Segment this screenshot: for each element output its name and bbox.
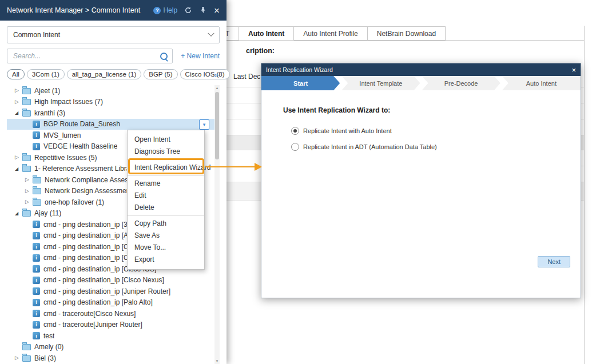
scroll-down-icon[interactable] <box>214 358 220 364</box>
chip-3com[interactable]: 3Com (1) <box>27 69 65 79</box>
chip-cisco-ios[interactable]: Cisco IOS (8) <box>180 69 230 79</box>
tree-item[interactable]: High Impact Issues (7) <box>7 97 220 108</box>
refresh-icon[interactable] <box>184 6 192 14</box>
folder-icon <box>22 210 31 217</box>
intent-icon <box>33 321 40 329</box>
tree-item[interactable]: test <box>7 330 220 342</box>
background-tab-bar: ADT Auto Intent Auto Intent Profile NetB… <box>206 26 446 41</box>
menu-item-intent-replication-wizard[interactable]: Intent Replication Wizard <box>128 162 204 174</box>
chip-all[interactable]: All <box>7 69 25 79</box>
wizard-stepper: Start Intent Template Pre-Decode Auto In… <box>261 76 581 90</box>
expand-expanded-icon[interactable] <box>15 110 22 115</box>
context-menu: Open Intent Diagnosis Tree Intent Replic… <box>127 130 205 270</box>
filter-chips: All 3Com (1) all_tag_pa_license (1) BGP … <box>7 69 220 79</box>
tree-item[interactable]: Ajeet (1) <box>7 85 220 97</box>
expand-expanded-icon[interactable] <box>15 166 22 171</box>
expand-collapsed-icon[interactable] <box>15 155 22 160</box>
wizard-header: Intent Replication Wizard × <box>261 63 581 76</box>
tab-auto-intent-profile[interactable]: Auto Intent Profile <box>294 26 367 41</box>
tree-item[interactable]: cmd - traceroute[Cisco Nexus] <box>7 308 220 319</box>
folder-icon <box>33 199 41 206</box>
tree-item[interactable]: cmd - traceroute[Juniper Router] <box>7 319 220 331</box>
expand-collapsed-icon[interactable] <box>25 177 33 182</box>
pin-icon[interactable] <box>199 6 207 14</box>
tab-bar-underline <box>227 40 584 41</box>
menu-item-move-to[interactable]: Move To... <box>128 242 204 254</box>
last-decode-label: Last Dec <box>233 73 260 81</box>
folder-icon <box>33 188 41 194</box>
radio-unchecked-icon[interactable] <box>291 143 299 151</box>
expand-collapsed-icon[interactable] <box>15 99 22 105</box>
tree-item[interactable]: Amely (0) <box>7 342 220 353</box>
tab-netbrain-download[interactable]: NetBrain Download <box>368 26 446 41</box>
option-label: Replicate Intent in ADT (Automation Data… <box>303 143 437 150</box>
tree-scrollbar[interactable] <box>214 85 220 364</box>
menu-item-rename[interactable]: Rename <box>128 178 204 190</box>
folder-icon <box>22 166 31 172</box>
intent-type-dropdown[interactable]: Common Intent <box>7 26 220 43</box>
intent-icon <box>33 310 40 317</box>
help-label: Help <box>163 6 177 14</box>
menu-item-delete[interactable]: Delete <box>128 202 204 214</box>
expand-collapsed-icon[interactable] <box>25 199 33 205</box>
menu-separator <box>128 215 204 216</box>
tree-item[interactable]: cmd - ping destination_ip [Palo Alto] <box>7 297 220 309</box>
scroll-up-icon[interactable] <box>214 85 220 91</box>
menu-item-save-as[interactable]: Save As <box>128 230 204 242</box>
intent-icon <box>33 332 40 339</box>
tree-item-selected[interactable]: BGP Route Data_Suresh <box>7 119 220 130</box>
wizard-prompt: Use Intent Replication Wizard to: <box>283 106 390 114</box>
menu-item-open-intent[interactable]: Open Intent <box>128 134 204 146</box>
folder-icon <box>22 88 31 94</box>
help-link[interactable]: Help <box>153 6 177 14</box>
intent-icon <box>33 254 40 262</box>
search-box <box>7 49 173 63</box>
expand-collapsed-icon[interactable] <box>25 189 33 194</box>
search-input[interactable] <box>12 51 157 61</box>
new-intent-link[interactable]: + New Intent <box>181 52 220 60</box>
more-chips-icon[interactable] <box>214 70 218 79</box>
next-button[interactable]: Next <box>538 256 570 267</box>
intent-icon <box>33 277 40 284</box>
help-icon <box>153 7 161 14</box>
tree-item[interactable]: cmd - ping destination_ip [Cisco Nexus] <box>7 275 220 286</box>
expand-collapsed-icon[interactable] <box>15 88 22 93</box>
tree-item[interactable]: cmd - ping destination_ip [Juniper Route… <box>7 286 220 297</box>
chip-all-tag-pa-license[interactable]: all_tag_pa_license (1) <box>67 69 142 79</box>
panel-title: Network Intent Manager > Common Intent <box>7 6 140 14</box>
menu-separator <box>128 175 204 176</box>
menu-item-export[interactable]: Export <box>128 254 204 266</box>
chip-bgp[interactable]: BGP (5) <box>144 69 177 79</box>
menu-item-diagnosis-tree[interactable]: Diagnosis Tree <box>128 146 204 158</box>
intent-icon <box>33 265 40 273</box>
intent-icon <box>33 131 40 139</box>
intent-icon <box>33 143 40 150</box>
row-actions-dropdown-button[interactable] <box>199 119 209 130</box>
description-label: cription: <box>246 47 275 55</box>
step-intent-template: Intent Template <box>341 76 420 90</box>
intent-icon <box>33 121 40 128</box>
menu-item-edit[interactable]: Edit <box>128 190 204 202</box>
intent-replication-wizard-dialog: Intent Replication Wizard × Start Intent… <box>261 63 581 298</box>
close-icon[interactable]: × <box>571 66 576 74</box>
menu-item-copy-path[interactable]: Copy Path <box>128 218 204 230</box>
option-replicate-auto-intent[interactable]: Replicate Intent with Auto Intent <box>291 127 392 135</box>
menu-separator <box>128 159 204 160</box>
wizard-body: Use Intent Replication Wizard to: Replic… <box>261 90 581 274</box>
step-pre-decode: Pre-Decode <box>422 76 500 90</box>
folder-icon <box>22 155 31 161</box>
scrollbar-thumb[interactable] <box>215 92 219 159</box>
folder-icon <box>22 110 31 117</box>
step-start: Start <box>261 76 340 90</box>
option-label: Replicate Intent with Auto Intent <box>303 127 392 134</box>
expand-expanded-icon[interactable] <box>15 211 22 216</box>
close-icon[interactable]: × <box>214 6 220 15</box>
tree-item[interactable]: Biel (3) <box>7 353 220 364</box>
radio-checked-icon[interactable] <box>291 127 299 135</box>
panel-header: Network Intent Manager > Common Intent H… <box>0 0 227 21</box>
expand-collapsed-icon[interactable] <box>15 355 22 361</box>
search-icon[interactable] <box>160 53 168 60</box>
tab-auto-intent[interactable]: Auto Intent <box>239 26 294 41</box>
option-replicate-adt[interactable]: Replicate Intent in ADT (Automation Data… <box>291 143 437 151</box>
tree-item[interactable]: kranthi (3) <box>7 107 220 119</box>
